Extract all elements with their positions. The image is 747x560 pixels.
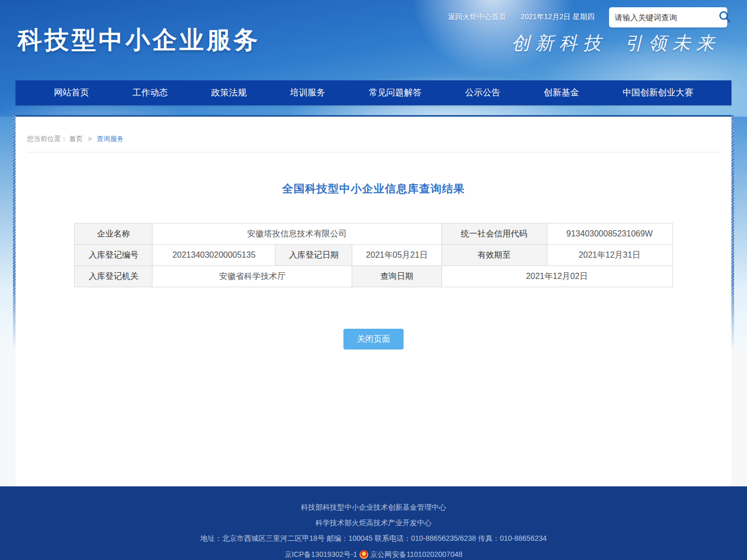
query-date-value: 2021年12月02日	[441, 266, 672, 287]
return-torch-home-link[interactable]: 返回火炬中心首页	[448, 12, 506, 22]
nav-item-competition[interactable]: 中国创新创业大赛	[617, 80, 698, 105]
public-security-record-link[interactable]: 京公网安备11010202007048	[370, 551, 463, 558]
nav-item-training[interactable]: 培训服务	[285, 80, 330, 105]
content-panel: 您当前位置： 首页 > 查询服务 全国科技型中小企业信息库查询结果 企业名称 安…	[16, 115, 731, 486]
icp-record-link[interactable]: 京ICP备13019302号-1	[284, 551, 357, 558]
nav-item-faq[interactable]: 常见问题解答	[364, 80, 427, 105]
footer-record-line: 京ICP备13019302号-1 京公网安备11010202007048	[0, 550, 747, 559]
site-logo: 科技型中小企业服务	[18, 24, 260, 57]
table-row: 企业名称 安徽塔孜信息技术有限公司 统一社会信用代码 9134030008523…	[75, 223, 672, 245]
slogan-part1: 创新科技	[511, 33, 607, 53]
breadcrumb-home-link[interactable]: 首页	[70, 135, 83, 143]
breadcrumb-separator: >	[88, 135, 92, 143]
nav-item-fund[interactable]: 创新基金	[538, 80, 584, 105]
footer-org-line2: 科学技术部火炬高技术产业开发中心	[0, 519, 747, 527]
credit-code-value: 91340300085231069W	[547, 223, 672, 245]
search-box[interactable]	[609, 7, 727, 27]
search-input[interactable]	[615, 13, 718, 22]
footer-org-line1: 科技部科技型中小企业技术创新基金管理中心	[0, 503, 747, 511]
public-security-badge-icon	[359, 550, 368, 559]
registration-org-label: 入库登记机关	[75, 266, 153, 287]
search-button[interactable]	[718, 10, 731, 25]
footer: 科技部科技型中小企业技术创新基金管理中心 科学技术部火炬高技术产业开发中心 地址…	[0, 486, 747, 560]
valid-until-value: 2021年12月31日	[547, 245, 672, 266]
query-result-table: 企业名称 安徽塔孜信息技术有限公司 统一社会信用代码 9134030008523…	[74, 223, 672, 287]
company-name-value: 安徽塔孜信息技术有限公司	[153, 223, 441, 245]
breadcrumb-prefix: 您当前位置：	[27, 135, 67, 143]
registration-number-label: 入库登记编号	[75, 245, 153, 266]
company-name-label: 企业名称	[75, 223, 153, 245]
breadcrumb: 您当前位置： 首页 > 查询服务	[27, 117, 720, 144]
registration-date-label: 入库登记日期	[275, 245, 352, 266]
breadcrumb-current-link[interactable]: 查询服务	[96, 135, 123, 143]
close-page-button[interactable]: 关闭页面	[343, 329, 404, 349]
nav-item-news[interactable]: 工作动态	[128, 80, 173, 105]
site-slogan: 创新科技引领未来	[511, 31, 720, 55]
table-row: 入库登记编号 202134030200005135 入库登记日期 2021年05…	[75, 245, 672, 266]
registration-number-value: 202134030200005135	[153, 245, 275, 266]
registration-date-value: 2021年05月21日	[352, 245, 441, 266]
current-date: 2021年12月2日 星期四	[521, 12, 594, 22]
main-nav: 网站首页 工作动态 政策法规 培训服务 常见问题解答 公示公告 创新基金 中国创…	[16, 80, 731, 105]
nav-item-notices[interactable]: 公示公告	[460, 80, 506, 105]
registration-org-value: 安徽省科学技术厅	[153, 266, 352, 287]
page-title: 全国科技型中小企业信息库查询结果	[16, 181, 731, 196]
breadcrumb-divider	[27, 152, 720, 152]
credit-code-label: 统一社会信用代码	[441, 223, 547, 245]
nav-item-home[interactable]: 网站首页	[49, 80, 94, 105]
header: 返回火炬中心首页 2021年12月2日 星期四 科技型中小企业服务 创新科技引领…	[0, 0, 747, 117]
search-icon	[718, 10, 731, 25]
table-row: 入库登记机关 安徽省科学技术厅 查询日期 2021年12月02日	[75, 266, 672, 287]
topbar: 返回火炬中心首页 2021年12月2日 星期四	[448, 7, 727, 27]
button-row: 关闭页面	[16, 329, 731, 349]
query-date-label: 查询日期	[352, 266, 441, 287]
valid-until-label: 有效期至	[441, 245, 547, 266]
slogan-part2: 引领未来	[625, 33, 720, 53]
footer-contact-line: 地址：北京市西城区三里河二区甲18号 邮编：100045 联系电话：010-88…	[0, 535, 747, 542]
nav-item-policy[interactable]: 政策法规	[206, 80, 252, 105]
